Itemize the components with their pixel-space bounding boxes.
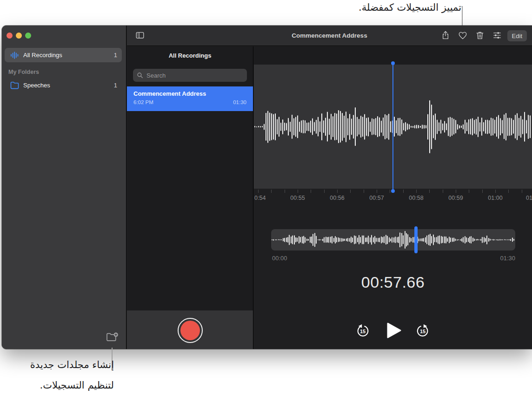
waveform-bar bbox=[355, 236, 356, 244]
ruler-tick bbox=[416, 190, 417, 193]
waveform-bar bbox=[500, 118, 501, 135]
waveform-bar bbox=[293, 118, 294, 135]
waveform-bar bbox=[273, 239, 274, 241]
minimize-button[interactable] bbox=[16, 33, 22, 39]
player-panel: 0:5400:5500:5600:5700:5800:5901:0001: 00… bbox=[254, 46, 532, 349]
waveform-bar bbox=[388, 113, 389, 140]
waveform-bar bbox=[306, 122, 307, 131]
waveform-bar bbox=[279, 117, 279, 137]
skip-forward-15-button[interactable]: 15 bbox=[415, 323, 430, 338]
ruler-tick bbox=[350, 190, 351, 193]
sidebar-item-all-recordings[interactable]: All Recordings 1 bbox=[5, 48, 122, 62]
waveform-bar bbox=[292, 236, 293, 244]
sidebar-item-label: Speeches bbox=[23, 82, 114, 89]
waveform-bar bbox=[440, 119, 441, 134]
waveform-bar bbox=[419, 238, 419, 241]
waveform-bar bbox=[313, 234, 313, 246]
waveform-bar bbox=[275, 113, 276, 140]
skip-back-15-button[interactable]: 15 bbox=[355, 323, 370, 338]
time-ruler: 0:5400:5500:5600:5700:5800:5901:0001: bbox=[254, 189, 532, 204]
waveform-bar bbox=[491, 118, 492, 136]
waveform-bar bbox=[447, 238, 448, 242]
waveform-bar bbox=[466, 237, 467, 242]
waveform-bar bbox=[314, 233, 315, 247]
waveform-bar bbox=[287, 237, 288, 243]
share-button[interactable] bbox=[440, 30, 451, 41]
waveform-bar bbox=[342, 112, 343, 140]
close-button[interactable] bbox=[7, 33, 13, 39]
waveform-bar bbox=[482, 237, 483, 243]
recording-duration: 01:30 bbox=[233, 99, 246, 105]
waveform-bar bbox=[311, 237, 312, 244]
waveform-bar bbox=[398, 118, 399, 136]
waveform-bar bbox=[294, 235, 295, 244]
waveform-bar bbox=[332, 236, 332, 244]
edit-button[interactable]: Edit bbox=[507, 30, 527, 41]
waveform-bar bbox=[262, 126, 263, 128]
waveform-bar bbox=[452, 238, 453, 242]
waveform-bar bbox=[354, 236, 355, 244]
waveform-bar bbox=[405, 231, 406, 249]
waveform-bar bbox=[297, 115, 298, 138]
waveform-bar bbox=[343, 238, 344, 241]
favorite-button[interactable] bbox=[457, 30, 468, 41]
overview-scrubber[interactable] bbox=[414, 226, 418, 253]
waveform-bar bbox=[384, 236, 385, 243]
waveform-bar bbox=[465, 119, 466, 134]
waveform-bar bbox=[347, 118, 348, 135]
waveform-bar bbox=[484, 237, 485, 243]
waveform-bar bbox=[389, 237, 390, 242]
overview-end-time: 01:30 bbox=[500, 255, 515, 262]
waveform-bar bbox=[267, 111, 268, 143]
playback-settings-button[interactable] bbox=[492, 30, 503, 41]
waveform-bar bbox=[455, 120, 456, 134]
waveform-bar bbox=[470, 119, 471, 135]
waveform-bar bbox=[401, 233, 402, 246]
search-input[interactable] bbox=[146, 72, 243, 79]
waveform-bar bbox=[254, 126, 255, 128]
waveform-bar bbox=[297, 237, 298, 242]
record-button[interactable] bbox=[178, 318, 203, 343]
waveform-bar bbox=[405, 122, 406, 132]
new-folder-button[interactable] bbox=[105, 331, 119, 345]
waveform-bar bbox=[449, 237, 450, 243]
waveform-bar bbox=[383, 117, 384, 136]
waveform-bar bbox=[459, 125, 460, 128]
waveform-bar bbox=[349, 114, 350, 140]
skip-back-15-icon: 15 bbox=[355, 323, 370, 338]
ruler-tick bbox=[482, 190, 483, 193]
search-field[interactable] bbox=[133, 69, 247, 82]
waveform-bar bbox=[373, 119, 374, 135]
waveform-bar bbox=[328, 237, 329, 243]
waveform-bar bbox=[412, 237, 413, 243]
waveform-bar bbox=[314, 122, 315, 132]
waveform-bar bbox=[329, 119, 330, 135]
ruler-label: 00:57 bbox=[369, 195, 384, 201]
waveform-bar bbox=[300, 237, 301, 243]
list-header: All Recordings bbox=[127, 52, 253, 59]
waveform-bar bbox=[341, 238, 342, 242]
waveform-bar bbox=[292, 114, 293, 138]
waveform-bar bbox=[498, 115, 499, 138]
ruler-tick bbox=[469, 190, 469, 193]
waveform-bar bbox=[468, 238, 469, 242]
waveform-bar bbox=[319, 121, 320, 132]
waveform-bar bbox=[426, 236, 427, 244]
ruler-label: 00:59 bbox=[448, 195, 463, 201]
overview-start-time: 00:00 bbox=[272, 255, 287, 262]
recording-list-item[interactable]: Commencement Address 6:02 PM 01:30 bbox=[127, 86, 253, 111]
play-button[interactable] bbox=[386, 322, 402, 339]
ruler-label: 00:56 bbox=[330, 195, 344, 201]
waveform-bar bbox=[318, 239, 319, 240]
fullscreen-button[interactable] bbox=[25, 33, 31, 39]
overview-waveform[interactable] bbox=[271, 229, 515, 250]
delete-button[interactable] bbox=[474, 30, 485, 41]
sidebar-item-speeches[interactable]: Speeches 1 bbox=[5, 78, 122, 92]
waveform-bar bbox=[288, 118, 289, 136]
playhead-top-dot bbox=[391, 61, 395, 65]
waveform-bar bbox=[422, 125, 423, 129]
playhead[interactable] bbox=[392, 63, 393, 191]
waveform-bar bbox=[513, 119, 514, 133]
waveform-bar bbox=[409, 237, 410, 243]
waveform-bar bbox=[479, 239, 479, 240]
